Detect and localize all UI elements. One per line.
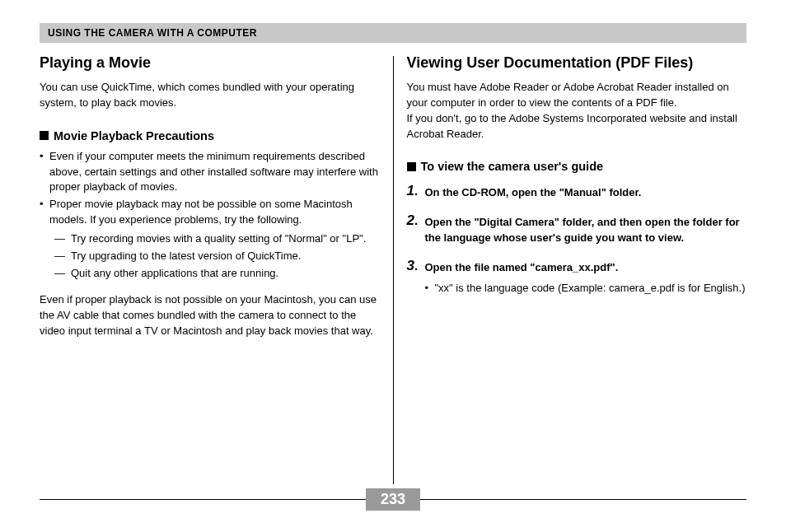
dash-text: Try upgrading to the latest version of Q…: [71, 249, 301, 264]
step-number: 1.: [407, 183, 425, 201]
dash-icon: —: [54, 266, 71, 282]
page-number: 233: [366, 488, 420, 511]
right-subhead: To view the camera user's guide: [407, 160, 747, 173]
step-item: 3. Open the file named "camera_xx.pdf". …: [407, 258, 747, 296]
bullet-icon: •: [40, 197, 49, 228]
left-para-after: Even if proper playback is not possible …: [40, 292, 380, 339]
list-item: • Even if your computer meets the minimu…: [40, 149, 380, 196]
right-intro1: You must have Adobe Reader or Adobe Acro…: [407, 80, 747, 111]
right-title: Viewing User Documentation (PDF Files): [407, 54, 747, 72]
left-title: Playing a Movie: [40, 54, 380, 72]
step-note: • "xx" is the language code (Example: ca…: [425, 280, 747, 296]
list-item: — Try recording movies with a quality se…: [54, 231, 380, 247]
step-text: Open the "Digital Camera" folder, and th…: [425, 212, 747, 246]
step-text: Open the file named "camera_xx.pdf". • "…: [425, 258, 747, 296]
bullet-icon: •: [40, 149, 49, 196]
step-item: 2. Open the "Digital Camera" folder, and…: [407, 212, 747, 246]
right-intro2: If you don't, go to the Adobe Systems In…: [407, 111, 747, 142]
right-column: Viewing User Documentation (PDF Files) Y…: [394, 54, 747, 486]
step-number: 3.: [407, 258, 425, 296]
steps-list: 1. On the CD-ROM, open the "Manual" fold…: [407, 183, 747, 296]
dash-icon: —: [54, 249, 71, 264]
dash-text: Try recording movies with a quality sett…: [71, 231, 366, 247]
bullet-icon: •: [425, 280, 435, 296]
square-bullet-icon: [40, 131, 49, 140]
step-item: 1. On the CD-ROM, open the "Manual" fold…: [407, 183, 747, 201]
section-header: USING THE CAMERA WITH A COMPUTER: [40, 23, 746, 43]
precaution-list: • Even if your computer meets the minimu…: [40, 149, 380, 282]
list-item: • Proper movie playback may not be possi…: [40, 197, 380, 228]
bullet-text: Proper movie playback may not be possibl…: [49, 197, 380, 228]
step-note-text: "xx" is the language code (Example: came…: [435, 280, 746, 296]
list-item: — Try upgrading to the latest version of…: [54, 249, 380, 264]
square-bullet-icon: [407, 162, 416, 171]
left-subhead-text: Movie Playback Precautions: [54, 129, 214, 142]
dash-text: Quit any other applications that are run…: [71, 266, 278, 282]
right-subhead-text: To view the camera user's guide: [421, 160, 604, 173]
footer-rule-left: [40, 499, 366, 500]
bullet-text: Even if your computer meets the minimum …: [49, 149, 380, 196]
list-item: — Quit any other applications that are r…: [54, 266, 380, 282]
page-footer: 233: [40, 488, 746, 511]
step-number: 2.: [407, 212, 425, 246]
dash-list: — Try recording movies with a quality se…: [54, 231, 380, 282]
left-column: Playing a Movie You can use QuickTime, w…: [40, 54, 393, 486]
left-intro: You can use QuickTime, which comes bundl…: [40, 80, 380, 111]
step-text: On the CD-ROM, open the "Manual" folder.: [425, 183, 747, 201]
dash-icon: —: [54, 231, 71, 247]
left-subhead: Movie Playback Precautions: [40, 129, 380, 142]
footer-rule-right: [420, 499, 746, 500]
